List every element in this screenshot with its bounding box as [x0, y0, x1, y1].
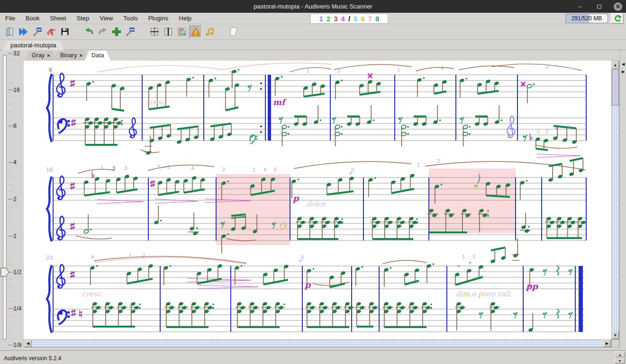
treble-clef: [57, 176, 65, 199]
ruler-label-4: 4: [13, 159, 24, 166]
ruler-minor-tick: [9, 97, 13, 98]
save-button[interactable]: [58, 26, 71, 38]
redo-icon: [98, 27, 108, 37]
split-pane-divider[interactable]: ◀ ▶: [619, 50, 626, 350]
ruler-minor-tick: [9, 169, 13, 170]
step-digit: 3: [334, 15, 337, 23]
status-split-up-button[interactable]: ▲: [615, 352, 625, 357]
score-text: dim.e poco rall.: [456, 290, 512, 298]
open-book-icon: [5, 27, 15, 37]
score-canvas[interactable]: 81623cresc.mfpdolcecresc.pppdim.e poco r…: [24, 61, 611, 339]
fingering-number: 2: [546, 64, 549, 70]
fingering-number: 3: [112, 165, 115, 171]
scroll-right-button[interactable]: ▶: [603, 340, 611, 347]
fingering-number: 2: [157, 164, 160, 169]
menu-help[interactable]: Help: [173, 13, 197, 24]
score-text: cresc.: [146, 98, 167, 107]
redo-button[interactable]: [96, 26, 109, 38]
swap-update-button[interactable]: [31, 26, 44, 38]
fingering-number: 3: [100, 165, 103, 171]
scroll-left-button[interactable]: ◀: [24, 340, 32, 347]
script-button[interactable]: [227, 26, 240, 38]
scroll-up-button[interactable]: ▲: [612, 61, 619, 69]
fingering-number: 2: [472, 254, 475, 259]
menu-view[interactable]: View: [94, 13, 118, 24]
zoom-slider-thumb[interactable]: [0, 267, 11, 277]
menu-tools[interactable]: Tools: [118, 13, 143, 24]
fingering-number: 2: [437, 158, 440, 164]
open-book-button[interactable]: [3, 26, 16, 38]
ruler-major-tick: [8, 199, 13, 200]
zoom-slider-track[interactable]: [3, 55, 7, 339]
menu-step[interactable]: Step: [72, 13, 95, 24]
fingering-number: 2: [545, 128, 548, 134]
vertical-scrollbar[interactable]: ▲ ▼: [611, 61, 619, 339]
fingering-number: 1: [253, 167, 255, 173]
tab-gray[interactable]: Gray×: [25, 51, 57, 61]
scrollbar-corner: [611, 339, 619, 347]
menu-book[interactable]: Book: [20, 13, 45, 24]
ruler-minor-tick: [9, 337, 13, 338]
ruler-minor-tick: [9, 301, 13, 302]
add-button[interactable]: [110, 26, 123, 38]
maximize-button[interactable]: [595, 3, 603, 10]
pdf-export-button[interactable]: A: [45, 26, 57, 38]
book-tab[interactable]: pastoral-mutopia: [3, 41, 64, 50]
fingering-number: 3: [273, 167, 276, 172]
score-text: 16: [46, 166, 53, 173]
fingering-number: 1: [567, 124, 570, 130]
score-text: p: [292, 193, 299, 203]
sections-grid-button[interactable]: [162, 26, 174, 38]
score-text: 23: [46, 254, 53, 261]
ruler-minor-tick: [9, 330, 13, 331]
errors-warning-button[interactable]: [189, 26, 202, 38]
memory-gc-button[interactable]: [611, 13, 624, 24]
menu-plugins[interactable]: Plugins: [143, 13, 174, 24]
tab-close-icon[interactable]: ×: [79, 53, 82, 58]
ruler-major-tick: [8, 53, 13, 54]
menu-sheet[interactable]: Sheet: [45, 13, 72, 24]
tab-binary[interactable]: Binary×: [54, 51, 89, 61]
add-icon: [111, 27, 122, 37]
minimize-button[interactable]: –: [576, 3, 584, 10]
ruler-minor-tick: [9, 111, 13, 112]
transcribe-button[interactable]: [17, 26, 30, 38]
horizontal-scrollbar[interactable]: ◀ ▶: [24, 339, 611, 347]
ruler-minor-tick: [9, 118, 13, 119]
colors-palette-button[interactable]: [175, 26, 188, 38]
boards-grid-button[interactable]: [148, 26, 161, 38]
split-expand-right-icon[interactable]: ▶: [621, 69, 626, 75]
fingering-number: 2: [222, 167, 225, 172]
ruler-minor-tick: [9, 140, 13, 141]
ruler-label-8: 8: [13, 123, 24, 129]
step-progress-indicator[interactable]: 1234/5678: [310, 14, 388, 24]
refresh-edit-button[interactable]: [124, 26, 136, 38]
status-split-down-button[interactable]: ▼: [615, 358, 625, 364]
close-button[interactable]: ✕: [614, 2, 622, 11]
split-collapse-left-icon[interactable]: ◀: [621, 62, 626, 67]
music-notes-button[interactable]: [203, 26, 216, 38]
undo-button[interactable]: [82, 26, 95, 38]
menu-file[interactable]: File: [0, 13, 20, 24]
bass-clef: [250, 135, 257, 144]
score-text: mf: [273, 98, 287, 107]
fingering-number: 4: [191, 165, 194, 171]
tab-close-icon[interactable]: ×: [47, 53, 50, 58]
ruler-minor-tick: [9, 104, 13, 105]
ruler-minor-tick: [9, 68, 13, 69]
ruler-minor-tick: [9, 279, 13, 280]
swap-update-icon: [32, 27, 43, 37]
ruler-minor-tick: [9, 155, 13, 156]
ruler-minor-tick: [9, 177, 13, 178]
step-digit: /: [348, 15, 350, 23]
fingering-number: 2: [142, 253, 145, 258]
tab-data[interactable]: Data: [85, 51, 110, 61]
ruler-label-1-8: 1/8: [13, 342, 24, 348]
treble-clef: [57, 264, 65, 288]
toolbar: A: [0, 24, 626, 40]
vertical-scroll-thumb[interactable]: [612, 69, 619, 106]
memory-meter: 291/520 MB: [565, 14, 608, 23]
book-tab-bar: pastoral-mutopia: [0, 40, 626, 50]
ruler-minor-tick: [9, 286, 13, 287]
scroll-down-button[interactable]: ▼: [612, 331, 619, 339]
